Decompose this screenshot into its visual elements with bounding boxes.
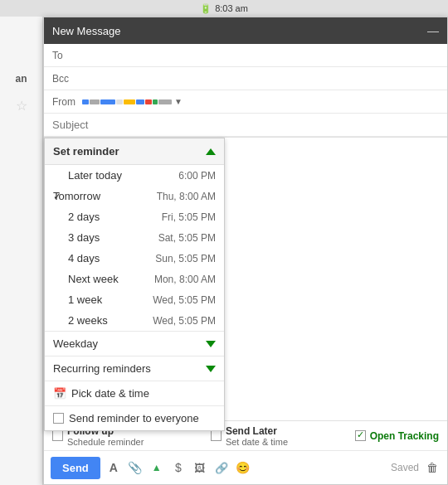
to-input[interactable]	[82, 49, 439, 61]
3days-time: Sat, 5:05 PM	[158, 232, 216, 244]
weekday-expand-icon[interactable]	[206, 341, 216, 347]
reminder-dropdown-header: Set reminder	[45, 138, 224, 165]
send-later-text: Send Later Set date & time	[226, 425, 288, 447]
2weeks-label: 2 weeks	[68, 314, 108, 327]
reminder-item-next-week[interactable]: Next week Mon, 8:00 AM	[45, 269, 224, 289]
reminder-item-later-today[interactable]: Later today 6:00 PM	[45, 165, 224, 186]
bcc-label: Bcc	[52, 73, 82, 85]
time: 8:03 am	[215, 3, 248, 13]
send-reminder-label: Send reminder to everyone	[69, 412, 199, 424]
recurring-reminders-label: Recurring reminders	[53, 362, 151, 375]
reminder-collapse-icon[interactable]	[206, 148, 216, 155]
action-bar: Send A 📎 ▲ $ 🖼 🔗 😊 Saved 🗑	[44, 451, 447, 484]
4days-time: Sun, 5:05 PM	[155, 253, 216, 264]
reminder-dropdown: Set reminder Later today 6:00 PM ✓ Tomor…	[44, 138, 225, 431]
4days-label: 4 days	[68, 252, 100, 264]
2days-label: 2 days	[68, 211, 100, 223]
weekday-label: Weekday	[53, 337, 98, 350]
1week-time: Wed, 5:05 PM	[153, 294, 216, 306]
from-dropdown-icon[interactable]: ▼	[174, 97, 183, 106]
emoji-icon[interactable]: 😊	[235, 459, 251, 476]
battery-icon: 🔋	[200, 3, 212, 14]
open-tracking-item: Open Tracking	[355, 430, 439, 442]
from-label: From	[52, 96, 82, 108]
left-panel-text: an	[15, 73, 27, 85]
from-field: From ▼	[44, 90, 447, 114]
next-week-time: Mon, 8:00 AM	[154, 274, 216, 285]
attach-icon[interactable]: 📎	[127, 459, 144, 476]
send-reminder-checkbox[interactable]	[53, 413, 64, 424]
compose-body[interactable]: Set reminder Later today 6:00 PM ✓ Tomor…	[44, 138, 447, 420]
send-reminder-row: Send reminder to everyone	[45, 405, 224, 430]
3days-label: 3 days	[68, 231, 100, 244]
subject-input[interactable]	[52, 119, 439, 131]
send-later-main: Send Later	[226, 425, 288, 437]
reminder-item-3days[interactable]: 3 days Sat, 5:05 PM	[45, 227, 224, 248]
2weeks-time: Wed, 5:05 PM	[153, 315, 216, 327]
subject-field	[44, 114, 447, 137]
font-icon[interactable]: A	[105, 459, 122, 476]
send-later-checkbox[interactable]	[211, 430, 222, 441]
recurring-expand-icon[interactable]	[206, 366, 216, 372]
from-value: ▼	[82, 97, 183, 106]
send-button[interactable]: Send	[51, 457, 100, 479]
left-panel: an ☆	[0, 17, 43, 485]
1week-label: 1 week	[68, 293, 102, 306]
open-tracking-main: Open Tracking	[370, 430, 439, 442]
bcc-field: Bcc	[44, 67, 447, 90]
to-label: To	[52, 50, 82, 61]
later-today-time: 6:00 PM	[178, 170, 216, 182]
saved-label: Saved	[391, 462, 419, 473]
checkmark-icon: ✓	[53, 191, 61, 202]
follow-up-checkbox[interactable]	[52, 430, 63, 441]
follow-up-sub: Schedule reminder	[67, 437, 144, 447]
weekday-section[interactable]: Weekday	[45, 331, 224, 356]
image-icon[interactable]: 🖼	[192, 459, 208, 476]
compose-header: New Message —	[44, 17, 447, 44]
reminder-item-2weeks[interactable]: 2 weeks Wed, 5:05 PM	[45, 310, 224, 331]
2days-time: Fri, 5:05 PM	[162, 211, 216, 223]
tomorrow-time: Thu, 8:00 AM	[157, 191, 216, 202]
reminder-item-2days[interactable]: 2 days Fri, 5:05 PM	[45, 206, 224, 227]
to-field: To	[44, 44, 447, 67]
pick-date-row[interactable]: 📅 Pick date & time	[45, 381, 224, 405]
send-later-sub: Set date & time	[226, 437, 288, 447]
reminder-item-1week[interactable]: 1 week Wed, 5:05 PM	[45, 289, 224, 310]
trash-icon[interactable]: 🗑	[424, 459, 441, 476]
later-today-label: Later today	[68, 169, 122, 182]
next-week-label: Next week	[68, 273, 119, 285]
reminder-item-tomorrow[interactable]: ✓ Tomorrow Thu, 8:00 AM	[45, 186, 224, 206]
open-tracking-checkbox[interactable]	[355, 430, 366, 441]
drive-icon[interactable]: ▲	[149, 459, 165, 476]
compose-window: New Message — To Bcc From	[43, 17, 448, 485]
compose-fields: To Bcc From ▼	[44, 44, 447, 138]
star-icon: ☆	[16, 98, 27, 114]
calendar-icon: 📅	[53, 387, 66, 400]
status-bar: 🔋 8:03 am	[0, 0, 448, 17]
reminder-title: Set reminder	[53, 145, 119, 158]
reminder-item-4days[interactable]: 4 days Sun, 5:05 PM	[45, 248, 224, 269]
minimize-icon[interactable]: —	[427, 24, 439, 37]
pick-date-label: Pick date & time	[71, 387, 149, 400]
link-icon[interactable]: 🔗	[213, 459, 230, 476]
recurring-reminders-section[interactable]: Recurring reminders	[45, 356, 224, 381]
dollar-icon[interactable]: $	[170, 459, 187, 476]
compose-title: New Message	[52, 25, 120, 37]
